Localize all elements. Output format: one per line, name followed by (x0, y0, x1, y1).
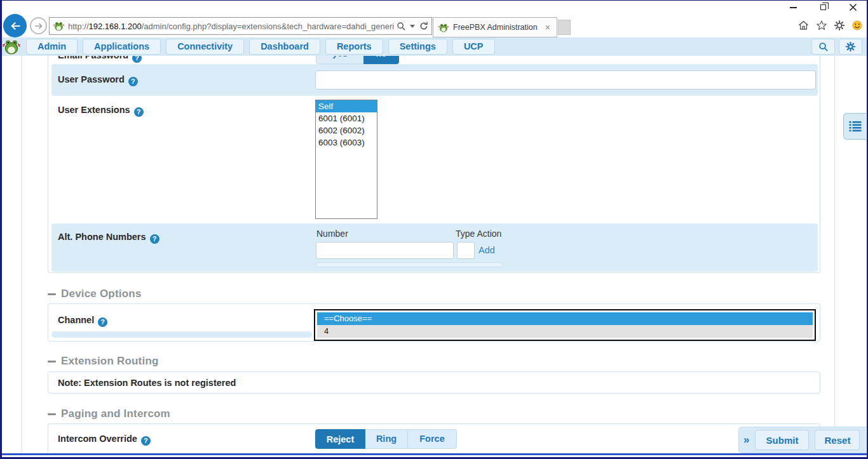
user-password-label: User Password? (58, 74, 138, 86)
alt-phone-number-input[interactable] (316, 242, 454, 259)
nav-settings-button[interactable] (839, 39, 862, 55)
star-icon (816, 20, 827, 31)
refresh-icon[interactable] (419, 21, 429, 31)
listbox-option-6002[interactable]: 6002 (6002) (316, 124, 377, 136)
nav-item-admin[interactable]: Admin (26, 39, 78, 55)
help-icon[interactable]: ? (134, 107, 144, 117)
help-icon[interactable]: ? (150, 234, 159, 244)
smiley-icon (851, 20, 863, 31)
alt-phone-numbers-row: Alt. Phone Numbers? Number Type Action A… (51, 223, 818, 272)
extension-routing-note: Note: Extension Routes is not registered (58, 378, 236, 388)
user-password-row: User Password? (51, 64, 818, 96)
email-password-yes-button[interactable]: yes (316, 56, 363, 64)
settings-button[interactable] (833, 19, 845, 31)
feedback-button[interactable] (851, 19, 863, 31)
expand-toolbar-button[interactable]: » (743, 434, 749, 446)
url-path: /admin/config.php?display=extensions&tec… (142, 22, 394, 31)
intercom-override-label: Intercom Override? (58, 434, 151, 446)
nav-menu: Admin Applications Connectivity Dashboar… (26, 39, 495, 55)
help-icon[interactable]: ? (141, 436, 151, 446)
channel-label: Channel? (58, 315, 107, 327)
url-text: http://192.168.1.200/admin/config.php?di… (68, 22, 394, 31)
list-icon (849, 121, 862, 132)
email-password-no-button[interactable]: no (363, 56, 399, 64)
tab-favicon (438, 23, 449, 32)
url-scheme: http:// (68, 22, 89, 31)
browser-tab[interactable]: FreePBX Administration × (433, 17, 557, 37)
alt-phone-scrollbar[interactable] (316, 262, 503, 267)
listbox-option-6001[interactable]: 6001 (6001) (316, 112, 377, 124)
paging-intercom-panel: Intercom Override? Reject Ring Force (48, 423, 820, 453)
intercom-reject-button[interactable]: Reject (315, 429, 365, 449)
help-icon[interactable]: ? (98, 317, 107, 327)
section-header-paging-intercom[interactable]: Paging and Intercom (48, 408, 170, 420)
nav-search-button[interactable] (811, 39, 835, 55)
close-button[interactable] (845, 2, 860, 13)
home-icon (797, 20, 810, 31)
collapse-dash-icon (48, 413, 56, 415)
gear-icon (834, 20, 845, 31)
nav-item-dashboard[interactable]: Dashboard (249, 39, 320, 55)
user-password-input[interactable] (315, 70, 816, 90)
search-icon (818, 42, 829, 52)
chrome-toolbar (797, 19, 863, 31)
dropdown-option-choose[interactable]: ==Choose== (317, 312, 813, 325)
section-header-device-options[interactable]: Device Options (48, 288, 142, 300)
intercom-force-button[interactable]: Force (408, 429, 457, 449)
page-bottom-rule (0, 453, 868, 455)
help-icon[interactable]: ? (132, 56, 142, 63)
reset-button[interactable]: Reset (815, 430, 860, 450)
number-column-header: Number (316, 229, 348, 239)
alt-phone-type-box[interactable] (457, 242, 475, 259)
page-left-edge (21, 56, 22, 453)
nav-item-applications[interactable]: Applications (83, 39, 161, 55)
tab-title: FreePBX Administration (453, 23, 544, 32)
minimize-icon (790, 7, 797, 8)
window-frame (0, 0, 2, 459)
intercom-ring-button[interactable]: Ring (365, 429, 408, 449)
channel-select-underlay (51, 331, 312, 338)
forward-button[interactable] (30, 17, 47, 34)
forward-arrow-icon (34, 21, 44, 31)
back-arrow-icon (8, 19, 22, 33)
sidebar-flyout-tab[interactable] (843, 113, 866, 140)
collapse-dash-icon (48, 293, 56, 295)
add-phone-number-link[interactable]: Add (478, 245, 495, 255)
search-dropdown-caret-icon[interactable] (410, 25, 415, 28)
user-extensions-listbox[interactable]: Self 6001 (6001) 6002 (6002) 6003 (6003) (315, 100, 377, 219)
minimize-button[interactable] (785, 2, 801, 13)
extension-form-section: Email Password? yes no User Password? Us… (48, 56, 820, 273)
freepbx-favicon (53, 21, 64, 31)
favorites-button[interactable] (815, 19, 827, 31)
email-password-toggle: yes no (316, 56, 399, 64)
home-button[interactable] (797, 19, 810, 31)
back-button[interactable] (3, 14, 27, 37)
section-header-extension-routing[interactable]: Extension Routing (48, 355, 159, 368)
address-bar-icons (397, 21, 429, 31)
page-content: Email Password? yes no User Password? Us… (0, 56, 868, 457)
intercom-override-buttons: Reject Ring Force (315, 429, 457, 449)
collapse-dash-icon (48, 361, 56, 363)
url-host: 192.168.1.200 (89, 22, 142, 31)
email-password-label: Email Password? (58, 56, 142, 63)
new-tab-button[interactable] (558, 20, 571, 35)
listbox-option-self[interactable]: Self (316, 100, 377, 112)
nav-item-connectivity[interactable]: Connectivity (166, 39, 244, 55)
nav-item-settings[interactable]: Settings (388, 39, 447, 55)
alt-phone-numbers-label: Alt. Phone Numbers? (58, 232, 159, 244)
freepbx-navbar: Admin Applications Connectivity Dashboar… (0, 37, 868, 56)
search-icon[interactable] (397, 22, 406, 31)
tab-close-button[interactable]: × (544, 23, 552, 32)
help-icon[interactable]: ? (128, 77, 138, 86)
dropdown-option-4[interactable]: 4 (317, 325, 813, 338)
nav-item-ucp[interactable]: UCP (452, 39, 495, 55)
restore-button[interactable] (815, 2, 831, 13)
address-bar[interactable]: http://192.168.1.200/admin/config.php?di… (49, 17, 432, 35)
nav-right-tools (811, 39, 862, 55)
page-right-edge (834, 56, 835, 453)
channel-dropdown-open: ==Choose== 4 (314, 309, 816, 341)
listbox-option-6003[interactable]: 6003 (6003) (316, 136, 377, 149)
freepbx-logo[interactable] (3, 38, 20, 55)
nav-item-reports[interactable]: Reports (325, 39, 383, 55)
submit-button[interactable]: Submit (755, 430, 809, 450)
